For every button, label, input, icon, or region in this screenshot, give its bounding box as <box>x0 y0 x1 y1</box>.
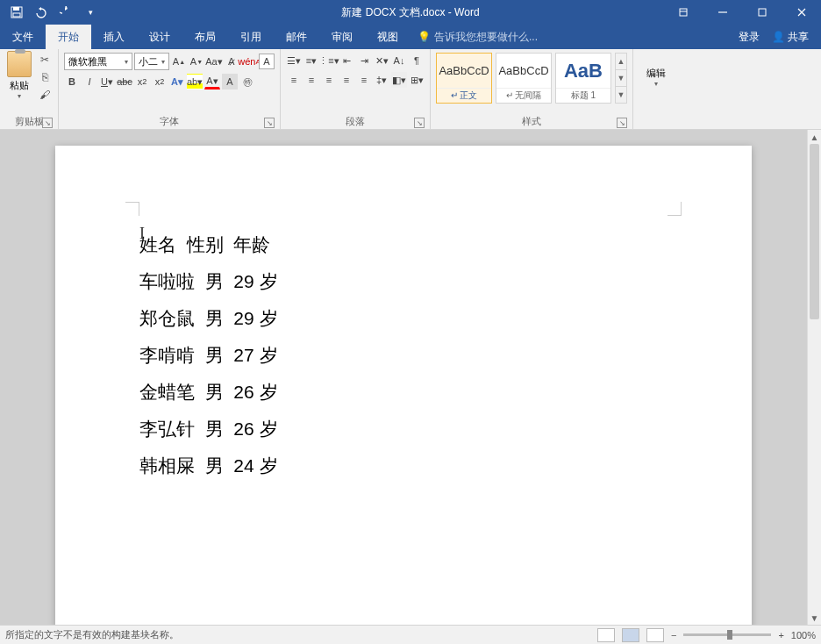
editing-menu-button[interactable]: 编辑 ▾ <box>637 51 675 104</box>
phonetic-guide-button[interactable]: wénA <box>241 54 257 69</box>
scroll-down-button[interactable]: ▼ <box>808 611 821 625</box>
increase-indent-button[interactable]: ⇥ <box>356 53 372 68</box>
zoom-in-button[interactable]: + <box>778 630 783 640</box>
scroll-track[interactable] <box>808 144 821 611</box>
change-case-button[interactable]: Aa▾ <box>206 54 222 69</box>
underline-button[interactable]: U▾ <box>99 74 115 89</box>
zoom-level[interactable]: 100% <box>791 630 816 640</box>
italic-button[interactable]: I <box>82 74 97 89</box>
styles-dialog-launcher[interactable]: ↘ <box>617 118 627 128</box>
clipboard-dialog-launcher[interactable]: ↘ <box>42 118 53 128</box>
bold-button[interactable]: B <box>64 74 80 89</box>
show-marks-button[interactable]: ¶ <box>409 53 425 68</box>
align-right-button[interactable]: ≡ <box>321 72 337 88</box>
line-spacing-button[interactable]: ‡▾ <box>374 72 389 88</box>
character-border-button[interactable]: A <box>259 54 275 69</box>
shading-button[interactable]: ◧▾ <box>391 72 407 88</box>
cut-button[interactable]: ✂ <box>37 53 53 67</box>
qat-customize-button[interactable]: ▾ <box>82 4 98 20</box>
shrink-font-button[interactable]: A▼ <box>189 54 204 69</box>
signin-button[interactable]: 登录 <box>739 30 760 45</box>
tab-home[interactable]: 开始 <box>46 25 91 49</box>
highlight-button[interactable]: ab▾ <box>187 74 203 89</box>
document-content[interactable]: 姓名 性别 年龄 车啦啦 男 29 岁 郑仓鼠 男 29 岁 李啃啃 男 27 … <box>139 226 668 484</box>
styles-scroll-up[interactable]: ▲ <box>616 54 626 70</box>
print-layout-button[interactable] <box>622 628 639 642</box>
share-button[interactable]: 👤 共享 <box>772 30 809 45</box>
asian-layout-button[interactable]: ✕▾ <box>374 53 389 68</box>
zoom-out-button[interactable]: − <box>671 630 676 640</box>
workspace: I 姓名 性别 年龄 车啦啦 男 29 岁 郑仓鼠 男 29 岁 李啃啃 男 2… <box>0 130 821 625</box>
enclose-characters-button[interactable]: ㊕ <box>239 74 255 89</box>
document-page[interactable]: I 姓名 性别 年龄 车啦啦 男 29 岁 郑仓鼠 男 29 岁 李啃啃 男 2… <box>55 146 752 625</box>
character-shading-button[interactable]: A <box>222 74 238 89</box>
borders-button[interactable]: ⊞▾ <box>409 72 425 88</box>
font-size-combo[interactable]: 小二▾ <box>134 53 169 70</box>
tab-file[interactable]: 文件 <box>0 25 46 49</box>
justify-button[interactable]: ≡ <box>339 72 354 88</box>
group-label-font: 字体 ↘ <box>62 115 276 129</box>
svg-rect-2 <box>13 13 20 17</box>
svg-rect-3 <box>680 9 687 16</box>
subscript-button[interactable]: x2 <box>134 74 150 89</box>
sort-button[interactable]: A↓ <box>391 53 407 68</box>
align-left-button[interactable]: ≡ <box>286 72 302 88</box>
page-container[interactable]: I 姓名 性别 年龄 车啦啦 男 29 岁 郑仓鼠 男 29 岁 李啃啃 男 2… <box>0 130 807 625</box>
minimize-button[interactable] <box>703 0 742 25</box>
save-button[interactable] <box>9 4 25 20</box>
tab-insert[interactable]: 插入 <box>91 25 137 49</box>
margin-marker-top-right <box>668 202 682 216</box>
tab-review[interactable]: 审阅 <box>319 25 365 49</box>
styles-expand[interactable]: ▼ <box>616 87 626 103</box>
copy-button[interactable]: ⎘ <box>37 70 53 84</box>
text-effects-button[interactable]: A▾ <box>169 74 185 89</box>
scroll-thumb[interactable] <box>810 144 819 319</box>
distributed-button[interactable]: ≡ <box>356 72 372 88</box>
strikethrough-button[interactable]: abc <box>117 74 132 89</box>
group-label-styles: 样式 ↘ <box>434 115 629 129</box>
style-normal[interactable]: AaBbCcD ↵ 正文 <box>436 53 492 104</box>
group-label-paragraph: 段落 ↘ <box>284 115 426 129</box>
tab-design[interactable]: 设计 <box>137 25 182 49</box>
paste-button[interactable]: 粘贴 ▾ <box>4 51 35 100</box>
doc-row: 车啦啦 男 29 岁 <box>139 263 668 300</box>
maximize-button[interactable] <box>742 0 782 25</box>
styles-scroll-down[interactable]: ▼ <box>616 70 626 87</box>
undo-button[interactable] <box>33 4 49 20</box>
group-clipboard: 粘贴 ▾ ✂ ⎘ 🖌 剪贴板 ↘ <box>0 49 59 129</box>
tab-references[interactable]: 引用 <box>228 25 274 49</box>
tab-layout[interactable]: 布局 <box>182 25 228 49</box>
bullets-button[interactable]: ☰▾ <box>286 53 302 68</box>
read-mode-button[interactable] <box>597 628 615 642</box>
superscript-button[interactable]: x2 <box>152 74 168 89</box>
ribbon-options-button[interactable] <box>663 0 703 25</box>
numbering-button[interactable]: ≡▾ <box>303 53 319 68</box>
font-dialog-launcher[interactable]: ↘ <box>264 118 275 128</box>
vertical-scrollbar[interactable]: ▲ ▼ <box>807 130 821 625</box>
close-button[interactable] <box>782 0 821 25</box>
decrease-indent-button[interactable]: ⇤ <box>339 53 354 68</box>
style-preview-heading1: AaB <box>564 54 603 88</box>
ribbon-tabs: 文件 开始 插入 设计 布局 引用 邮件 审阅 视图 💡 告诉我您想要做什么..… <box>0 25 821 49</box>
tab-view[interactable]: 视图 <box>365 25 410 49</box>
align-center-button[interactable]: ≡ <box>303 72 319 88</box>
font-name-combo[interactable]: 微软雅黑▾ <box>64 53 132 70</box>
multilevel-list-button[interactable]: ⋮≡▾ <box>321 53 337 68</box>
font-color-button[interactable]: A▾ <box>204 74 220 89</box>
tab-mailings[interactable]: 邮件 <box>274 25 319 49</box>
title-bar: ▾ 新建 DOCX 文档.docx - Word <box>0 0 821 25</box>
styles-gallery-nav: ▲ ▼ ▼ <box>615 53 627 104</box>
scroll-up-button[interactable]: ▲ <box>808 130 821 144</box>
style-nospace[interactable]: AaBbCcD ↵ 无间隔 <box>496 53 552 104</box>
web-layout-button[interactable] <box>646 628 664 642</box>
svg-rect-4 <box>759 9 766 16</box>
style-heading1[interactable]: AaB 标题 1 <box>555 53 611 104</box>
zoom-slider[interactable] <box>683 633 771 636</box>
paragraph-dialog-launcher[interactable]: ↘ <box>414 118 425 128</box>
paste-label: 粘贴 <box>10 79 29 92</box>
text-cursor-icon: I <box>139 225 145 243</box>
tell-me-search[interactable]: 💡 告诉我您想要做什么... <box>418 30 538 45</box>
format-painter-button[interactable]: 🖌 <box>37 88 53 102</box>
redo-button[interactable] <box>58 4 74 20</box>
grow-font-button[interactable]: A▲ <box>171 54 187 69</box>
